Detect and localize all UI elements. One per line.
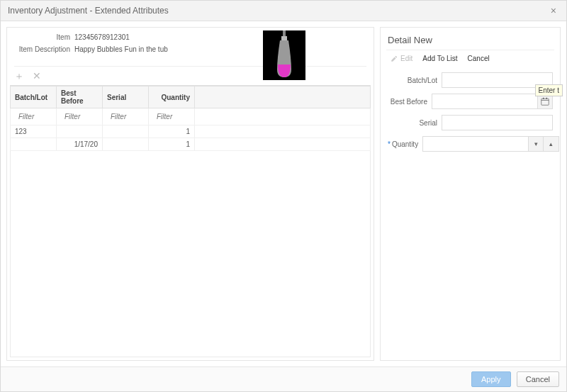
col-header-quantity[interactable]: Quantity bbox=[149, 86, 195, 108]
svg-rect-5 bbox=[546, 98, 548, 99]
item-number-value: 12345678912301 bbox=[74, 33, 130, 41]
cell-best-before[interactable] bbox=[57, 125, 103, 138]
detail-pane: Detail New Edit Add To List Cancel Batch… bbox=[380, 27, 561, 361]
apply-button[interactable]: Apply bbox=[471, 371, 511, 387]
cell-batch[interactable]: 123 bbox=[11, 125, 57, 138]
serial-input[interactable] bbox=[442, 115, 553, 130]
cell-serial[interactable] bbox=[103, 125, 149, 138]
left-pane: Item 12345678912301 Item Description Hap… bbox=[6, 27, 374, 361]
batch-label: Batch/Lot bbox=[388, 77, 437, 84]
serial-label: Serial bbox=[388, 119, 437, 127]
grid: Batch/Lot Best Before Serial Quantity bbox=[10, 85, 371, 357]
svg-rect-2 bbox=[541, 99, 549, 105]
edit-action: Edit bbox=[391, 55, 412, 62]
filter-best-before-input[interactable] bbox=[61, 111, 98, 123]
grid-empty-area bbox=[10, 151, 371, 357]
detail-divider bbox=[386, 50, 554, 50]
quantity-increment-icon[interactable]: ▴ bbox=[544, 136, 559, 152]
close-icon[interactable]: × bbox=[548, 5, 559, 16]
grid-toolbar: ＋ ✕ bbox=[7, 68, 374, 85]
dialog-body: Item 12345678912301 Item Description Hap… bbox=[1, 21, 566, 366]
best-before-label: Best Before bbox=[388, 98, 427, 106]
filter-serial-input[interactable] bbox=[107, 111, 144, 123]
detail-title: Detail New bbox=[381, 32, 560, 50]
col-header-best-before[interactable]: Best Before bbox=[57, 86, 103, 108]
quantity-label: *Quantity bbox=[388, 140, 418, 148]
cell-batch[interactable] bbox=[11, 138, 57, 151]
col-header-spacer bbox=[195, 86, 371, 108]
table-row[interactable]: 123 1 bbox=[11, 125, 371, 138]
filter-quantity-input[interactable] bbox=[153, 111, 190, 123]
svg-rect-1 bbox=[283, 30, 286, 36]
tooltip: Enter t bbox=[535, 84, 563, 96]
cancel-button[interactable]: Cancel bbox=[517, 371, 559, 387]
item-image bbox=[263, 30, 305, 80]
item-header: Item 12345678912301 Item Description Hap… bbox=[7, 28, 374, 66]
cell-quantity[interactable]: 1 bbox=[149, 125, 195, 138]
dialog-footer: Apply Cancel bbox=[1, 366, 566, 391]
quantity-input[interactable] bbox=[422, 136, 528, 152]
grid-filter-row bbox=[11, 108, 371, 125]
svg-rect-4 bbox=[543, 98, 544, 99]
grid-header-row: Batch/Lot Best Before Serial Quantity bbox=[11, 86, 371, 108]
pencil-icon bbox=[391, 55, 398, 62]
item-number-label: Item bbox=[14, 33, 74, 41]
item-description-label: Item Description bbox=[14, 45, 74, 53]
add-to-list-action[interactable]: Add To List bbox=[422, 55, 457, 62]
col-header-serial[interactable]: Serial bbox=[103, 86, 149, 108]
best-before-input[interactable] bbox=[432, 94, 537, 109]
dialog-window: Inventory Adjustment - Extended Attribut… bbox=[0, 0, 567, 392]
item-description-value: Happy Bubbles Fun in the tub bbox=[74, 45, 168, 53]
add-row-icon[interactable]: ＋ bbox=[14, 71, 24, 81]
cell-quantity[interactable]: 1 bbox=[149, 138, 195, 151]
titlebar: Inventory Adjustment - Extended Attribut… bbox=[1, 1, 566, 21]
detail-cancel-action[interactable]: Cancel bbox=[468, 55, 490, 62]
divider bbox=[14, 66, 366, 67]
window-title: Inventory Adjustment - Extended Attribut… bbox=[8, 6, 169, 16]
table-row[interactable]: 1/17/20 1 bbox=[11, 138, 371, 151]
cell-serial[interactable] bbox=[103, 138, 149, 151]
delete-row-icon[interactable]: ✕ bbox=[33, 71, 41, 81]
quantity-decrement-icon[interactable]: ▾ bbox=[528, 136, 544, 152]
detail-actions: Edit Add To List Cancel bbox=[381, 55, 560, 69]
col-header-batch[interactable]: Batch/Lot bbox=[11, 86, 57, 108]
filter-batch-input[interactable] bbox=[15, 111, 52, 123]
cell-best-before[interactable]: 1/17/20 bbox=[57, 138, 103, 151]
